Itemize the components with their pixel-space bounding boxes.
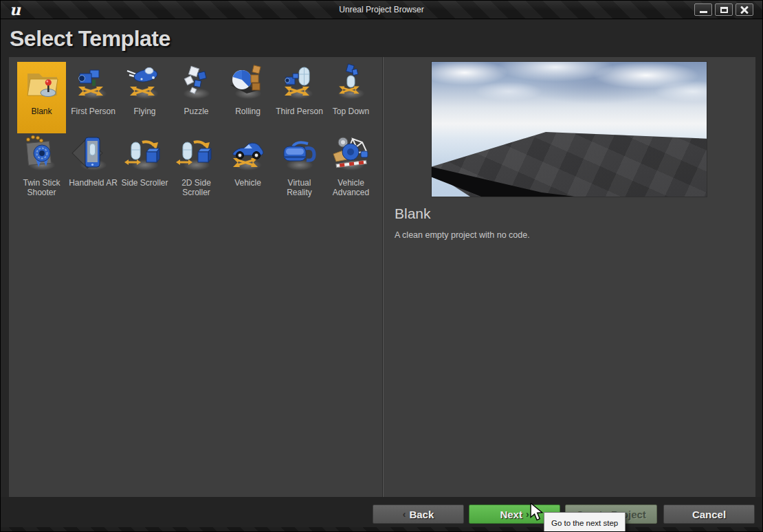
window-bottom-edge <box>1 527 762 532</box>
template-tile-vehicle-advanced[interactable]: Vehicle Advanced <box>327 133 375 205</box>
handheld-ar-phone-icon <box>71 133 115 177</box>
puzzle-pieces-icon <box>175 62 219 106</box>
template-tile-side-scroller[interactable]: Side Scroller <box>120 133 169 205</box>
preview-description: A clean empty project with no code. <box>395 230 530 240</box>
template-tile-vehicle[interactable]: Vehicle <box>223 133 272 205</box>
unreal-project-browser-window: u Unreal Project Browser Select Template… <box>0 0 763 532</box>
template-tile-label: Top Down <box>333 107 369 116</box>
template-tile-top-down[interactable]: Top Down <box>327 62 375 133</box>
next-chevron-icon: › <box>526 509 529 520</box>
side-scroller-2d-icon <box>175 133 219 177</box>
template-tile-label: 2D Side Scroller <box>172 178 221 197</box>
template-tile-label: Twin Stick Shooter <box>17 178 66 197</box>
close-icon <box>740 5 749 14</box>
template-tile-label: Virtual Reality <box>275 178 324 197</box>
twin-stick-ship-icon <box>20 133 64 177</box>
vehicle-car-icon <box>226 133 270 177</box>
cancel-button-label: Cancel <box>692 509 726 520</box>
template-tile-rolling[interactable]: Rolling <box>223 62 272 133</box>
template-tile-blank[interactable]: Blank <box>17 62 66 133</box>
template-tile-twin-stick-shooter[interactable]: Twin Stick Shooter <box>17 133 66 205</box>
tooltip: Go to the next step <box>544 512 626 532</box>
template-tile-label: Vehicle Advanced <box>327 178 375 197</box>
back-button-label: Back <box>409 509 434 520</box>
template-list-panel: Blank First Person Flying Puzzle Rolling <box>9 57 382 497</box>
template-tile-label: Puzzle <box>184 107 208 116</box>
next-button-label: Next <box>500 509 522 520</box>
window-controls <box>694 3 753 16</box>
preview-floor <box>432 62 707 197</box>
third-person-capsule-icon <box>278 62 322 106</box>
template-tile-label: Side Scroller <box>121 178 168 188</box>
page-title: Select Template <box>10 26 170 52</box>
template-tile-handheld-ar[interactable]: Handheld AR <box>69 133 118 205</box>
template-tile-label: Handheld AR <box>69 178 118 188</box>
template-tile-label: First Person <box>71 107 115 116</box>
template-tile-label: Flying <box>133 107 155 116</box>
template-tile-first-person[interactable]: First Person <box>69 62 118 133</box>
template-preview-panel: Blank A clean empty project with no code… <box>384 57 755 497</box>
close-button[interactable] <box>736 3 753 16</box>
window-title: Unreal Project Browser <box>1 5 762 14</box>
template-preview-image <box>432 62 707 197</box>
template-tile-flying[interactable]: Flying <box>120 62 169 133</box>
blank-folder-joystick-icon <box>20 62 64 106</box>
vr-headset-icon <box>278 133 322 177</box>
template-tile-label: Blank <box>31 107 52 116</box>
preview-title: Blank <box>395 206 431 222</box>
side-scroller-icon <box>123 133 167 177</box>
template-tile-third-person[interactable]: Third Person <box>275 62 324 133</box>
back-chevron-icon: ‹ <box>403 509 406 520</box>
template-tile-2d-side-scroller[interactable]: 2D Side Scroller <box>172 133 221 205</box>
template-tile-puzzle[interactable]: Puzzle <box>172 62 221 133</box>
template-tile-label: Vehicle <box>234 178 261 188</box>
flying-ship-icon <box>123 62 167 106</box>
cancel-button[interactable]: Cancel <box>663 505 755 524</box>
maximize-button[interactable] <box>715 3 733 16</box>
rolling-ball-icon <box>226 62 270 106</box>
minimize-icon <box>700 11 707 13</box>
minimize-button[interactable] <box>694 3 712 16</box>
top-down-view-icon <box>329 62 373 106</box>
template-tile-label: Rolling <box>235 107 261 116</box>
template-tile-virtual-reality[interactable]: Virtual Reality <box>275 133 324 205</box>
template-tile-label: Third Person <box>276 107 323 116</box>
vehicle-advanced-icon <box>329 133 373 177</box>
maximize-icon <box>720 7 728 13</box>
back-button[interactable]: ‹ Back <box>373 505 464 524</box>
title-bar[interactable]: u Unreal Project Browser <box>1 1 762 19</box>
first-person-camera-icon <box>71 62 115 106</box>
template-grid: Blank First Person Flying Puzzle Rolling <box>9 57 382 205</box>
mouse-cursor-icon <box>529 503 544 524</box>
